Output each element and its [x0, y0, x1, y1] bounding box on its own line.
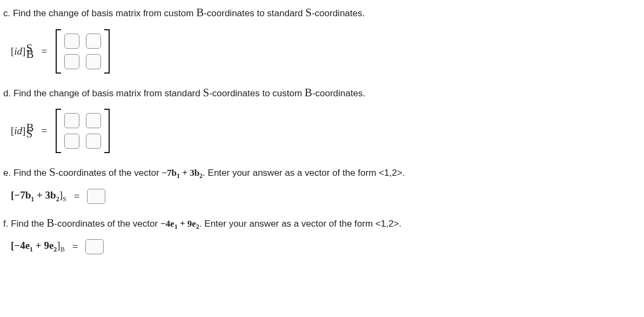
- left-bracket-icon: [55, 29, 62, 74]
- equals: =: [41, 45, 47, 57]
- matrix-d-cell-1-1[interactable]: [64, 113, 79, 128]
- script-B: B: [46, 216, 54, 229]
- text: -coordinates to standard: [204, 8, 305, 18]
- text: -coordinates.: [312, 88, 365, 98]
- question-e-text: e. Find the S-coordinates of the vector …: [3, 164, 641, 181]
- matrix-d-cell-2-1[interactable]: [64, 134, 79, 149]
- question-f-text: f. Find the B-coordinates of the vector …: [3, 215, 641, 232]
- question-c: c. Find the change of basis matrix from …: [3, 4, 641, 74]
- text: d. Find the change of basis matrix from …: [3, 88, 203, 98]
- text: -coordinates of the vector: [54, 219, 160, 229]
- expr: + 9e: [178, 219, 196, 229]
- script-S: S: [305, 6, 312, 19]
- id-text: id: [14, 45, 22, 57]
- matrix-c-cell-1-1[interactable]: [64, 34, 79, 49]
- lhs-label: [id]SB: [11, 45, 33, 57]
- text: -coordinates to custom: [209, 88, 305, 98]
- equals: =: [41, 125, 47, 137]
- equals: =: [74, 190, 80, 202]
- equation-f: [−4e1 + 9e2]B =: [11, 239, 641, 254]
- text: -coordinates of the vector: [56, 168, 162, 178]
- sub: S: [63, 195, 66, 202]
- equation-d: [id]BS =: [11, 109, 641, 153]
- t: + 9e: [33, 240, 53, 251]
- question-c-text: c. Find the change of basis matrix from …: [3, 4, 641, 22]
- matrix-c-cell-2-1[interactable]: [64, 54, 79, 69]
- text: . Enter your answer as a vector of the f…: [203, 168, 405, 178]
- equation-c: [id]SB =: [11, 29, 641, 74]
- script-B: B: [196, 6, 204, 19]
- matrix-d: [55, 109, 111, 153]
- text: -coordinates.: [312, 8, 365, 18]
- equation-e: [−7b1 + 3b2]S =: [11, 189, 641, 204]
- lhs-label: [id]BS: [11, 125, 33, 137]
- matrix-c-cell-2-2[interactable]: [86, 54, 101, 69]
- question-e: e. Find the S-coordinates of the vector …: [3, 164, 641, 204]
- expr: + 3b: [180, 168, 199, 178]
- text: . Enter your answer as a vector of the f…: [199, 219, 401, 229]
- lhs: [−7b1 + 3b2]S: [11, 189, 66, 203]
- expr: −7b: [162, 168, 177, 178]
- expr: −4e: [160, 219, 175, 229]
- question-d-text: d. Find the change of basis matrix from …: [3, 84, 641, 102]
- text: e. Find the: [3, 168, 49, 178]
- sub: B: [26, 51, 33, 57]
- answer-f-input[interactable]: [85, 239, 104, 254]
- script-S: S: [49, 166, 56, 179]
- t: [−4e: [11, 240, 30, 251]
- left-bracket-icon: [55, 109, 62, 153]
- equals: =: [72, 241, 78, 253]
- text: c. Find the change of basis matrix from …: [3, 8, 196, 18]
- script-B: B: [305, 86, 312, 99]
- answer-e-input[interactable]: [87, 189, 105, 204]
- question-d: d. Find the change of basis matrix from …: [3, 84, 641, 154]
- question-f: f. Find the B-coordinates of the vector …: [3, 215, 641, 255]
- right-bracket-icon: [103, 109, 111, 153]
- id-text: id: [14, 125, 22, 137]
- script-S: S: [203, 86, 209, 99]
- matrix-c: [55, 29, 111, 74]
- right-bracket-icon: [103, 29, 111, 74]
- lhs: [−4e1 + 9e2]B: [11, 240, 65, 254]
- matrix-d-cell-2-2[interactable]: [86, 134, 101, 149]
- t: [−7b: [11, 189, 31, 201]
- t: + 3b: [34, 189, 56, 201]
- text: f. Find the: [3, 219, 46, 229]
- sub: S: [26, 131, 33, 137]
- matrix-c-cell-1-2[interactable]: [86, 34, 101, 49]
- sub: B: [61, 246, 65, 253]
- matrix-d-cell-1-2[interactable]: [86, 113, 101, 128]
